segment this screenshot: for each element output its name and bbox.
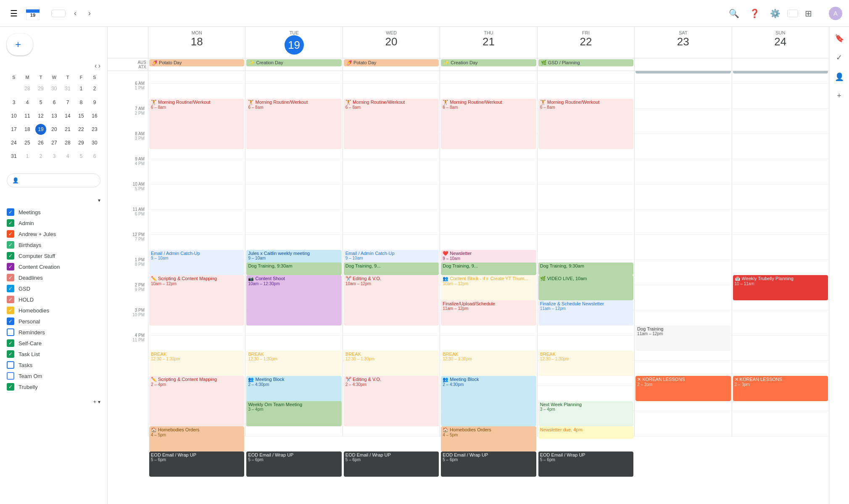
cal-item-gsd[interactable]: ✓GSD [0,283,107,294]
cal-item-meetings[interactable]: ✓Meetings [0,207,107,218]
other-calendars-add-icon[interactable]: + [93,399,96,405]
hour-slot-wed-13[interactable] [343,159,440,184]
cal-item-trubelly[interactable]: ✓Trubelly [0,381,107,392]
event-email-catchup-mon[interactable]: Email / Admin Catch-Up 9 – 10am [149,250,244,275]
hour-slot-sat-23[interactable] [635,411,731,436]
event-dog-training-wed[interactable]: Dog Training, 9... [344,262,439,275]
allday-event-gsd-fri[interactable]: 🌿 GSD / Planning [538,59,633,66]
event-weekly-trubelly-sun[interactable]: 📅 Weekly Trubelly Planning 10 – 11am [733,275,828,300]
event-dog-training-fri[interactable]: Dog Training, 9:30am [538,262,633,275]
cal-item-admin[interactable]: ✓Admin [0,218,107,228]
hour-slot-mon-13[interactable] [148,159,245,184]
hour-slot-fri-16[interactable] [538,235,634,260]
cal-item-tasks[interactable]: Tasks [0,360,107,370]
cal-item-computer-stuff[interactable]: ✓Computer Stuff [0,250,107,261]
today-button[interactable] [51,10,66,17]
event-break-wed[interactable]: BREAK 12:30 – 1:30pm [344,351,439,376]
apps-button[interactable]: ⊞ [802,5,815,22]
event-meeting-block-thu[interactable]: 👥 Meeting Block 2 – 4:30pm [441,376,536,426]
add-right-button[interactable]: + [833,88,845,104]
event-eod-wed[interactable]: EOD Email / Wrap UP 5 – 6pm [344,452,439,477]
event-scripting-mon[interactable]: ✏️ Scripting & Content Mapping 10am – 12… [149,275,244,326]
mini-cal-prev[interactable]: ‹ [95,62,97,70]
hour-slot-sat-15[interactable] [635,210,731,235]
avatar[interactable]: A [829,7,842,20]
event-morning-routine-wed[interactable]: 🏋 Morning Routine/Werkout 6 – 8am [344,99,439,149]
hour-slot-mon-9[interactable] [148,71,245,84]
hour-slot-sun-10[interactable] [732,84,829,109]
event-meditation-sat[interactable]: Meditation Training 8 – 9am [635,71,730,74]
hour-slot-sat-13[interactable] [635,159,731,184]
event-editing-vo-wed[interactable]: ✂️ Editing & V.O. 10am – 12pm [344,275,439,326]
hour-slot-thu-15[interactable] [440,210,537,235]
event-content-shoot-tue[interactable]: 📷 Content Shoot 10am – 12:30pm [246,275,341,326]
event-editing-vo2-wed[interactable]: ✂️ Editing & V.O. 2 – 4:30pm [344,376,439,426]
event-homebodies-mon[interactable]: 🏠 Homebodies Orders 4 – 5pm [149,426,244,452]
event-korean-sat[interactable]: ✕ KOREAN LESSONS 2 – 3pm [635,376,730,401]
hour-slot-fri-9[interactable] [538,71,634,84]
allday-event-potato-wed[interactable]: 🍠 Potato Day [344,59,439,66]
cal-item-andrew-+-jules[interactable]: ✓Andrew + Jules [0,228,107,239]
hour-slot-fri-14[interactable] [538,184,634,210]
hour-slot-sun-20[interactable] [732,336,829,361]
cal-item-team-om[interactable]: Team Om [0,370,107,381]
hour-slot-tue-14[interactable] [245,184,342,210]
hour-slot-sun-19[interactable] [732,310,829,336]
allday-event-potato-mon[interactable]: 🍠 Potato Day [149,59,244,66]
cal-item-reminders[interactable]: Reminders [0,327,107,338]
event-newsletter-due-fri[interactable]: Newsletter due, 4pm [538,426,633,439]
view-selector[interactable] [787,10,798,17]
event-morning-routine-fri[interactable]: 🏋 Morning Routine/Werkout 6 – 8am [538,99,633,149]
cal-item-birthdays[interactable]: ✓Birthdays [0,239,107,250]
hour-slot-sun-16[interactable] [732,235,829,260]
contacts-button[interactable]: 👤 [831,69,847,85]
event-break-mon[interactable]: BREAK 12:30 – 1:30pm [149,351,244,376]
hour-slot-thu-13[interactable] [440,159,537,184]
prev-button[interactable]: ‹ [71,5,80,21]
hour-slot-mon-15[interactable] [148,210,245,235]
event-weekly-om-tue[interactable]: Weekly Om Team Meeting 3 – 4pm [246,401,341,426]
hour-slot-wed-14[interactable] [343,184,440,210]
event-eod-mon[interactable]: EOD Email / Wrap UP 5 – 6pm [149,452,244,477]
event-eod-thu[interactable]: EOD Email / Wrap UP 5 – 6pm [441,452,536,477]
hour-slot-sat-14[interactable] [635,184,731,210]
event-eod-fri[interactable]: EOD Email / Wrap UP 5 – 6pm [538,452,633,477]
hour-slot-thu-9[interactable] [440,71,537,84]
hour-slot-wed-15[interactable] [343,210,440,235]
cal-item-personal[interactable]: ✓Personal [0,316,107,327]
next-button[interactable]: › [85,5,94,21]
hour-slot-sun-13[interactable] [732,159,829,184]
hour-slot-tue-9[interactable] [245,71,342,84]
event-eod-tue[interactable]: EOD Email / Wrap UP 5 – 6pm [246,452,341,477]
create-button[interactable]: + [7,34,33,55]
hour-slot-mon-14[interactable] [148,184,245,210]
search-people-input[interactable]: 👤 [7,173,100,187]
allday-event-creation-tue[interactable]: ✨ Creation Day [246,59,341,66]
event-finalize-newsletter-fri[interactable]: Finalize & Schedule Newsletter 11am – 12… [538,300,633,326]
cal-item-self-care[interactable]: ✓Self-Care [0,338,107,349]
help-button[interactable]: ❓ [746,5,763,22]
event-break-fri[interactable]: BREAK 12:30 – 1:30pm [538,351,633,376]
hour-slot-sun-23[interactable] [732,411,829,436]
hour-slot-fri-15[interactable] [538,210,634,235]
hour-slot-fri-13[interactable] [538,159,634,184]
hour-slot-sat-10[interactable] [635,84,731,109]
event-break-tue[interactable]: BREAK 12:30 – 1:30pm [246,351,341,376]
hour-slot-sun-11[interactable] [732,109,829,134]
hour-slot-sun-14[interactable] [732,184,829,210]
event-break-thu[interactable]: BREAK 12:30 – 1:30pm [441,351,536,376]
mini-cal-next[interactable]: › [98,62,100,70]
event-dog-training-thu[interactable]: Dog Training, 9... [441,262,536,275]
event-next-week-fri[interactable]: Next Week Planning 3 – 4pm [538,401,633,426]
event-scripting2-mon[interactable]: ✏️ Scripting & Content Mapping 2 – 4pm [149,376,244,426]
allday-event-creation-thu[interactable]: ✨ Creation Day [441,59,536,66]
event-homebodies-thu[interactable]: 🏠 Homebodies Orders 4 – 5pm [441,426,536,452]
cal-item-task-list[interactable]: ✓Task List [0,349,107,360]
hour-slot-sat-17[interactable] [635,260,731,285]
hour-slot-sat-12[interactable] [635,134,731,159]
hour-slot-tue-15[interactable] [245,210,342,235]
event-video-live-fri[interactable]: 🌿 VIDEO LIVE, 10am [538,275,633,300]
tasks-button[interactable]: ✓ [833,50,846,66]
cal-item-homebodies[interactable]: ✓Homebodies [0,305,107,316]
hour-slot-sun-15[interactable] [732,210,829,235]
